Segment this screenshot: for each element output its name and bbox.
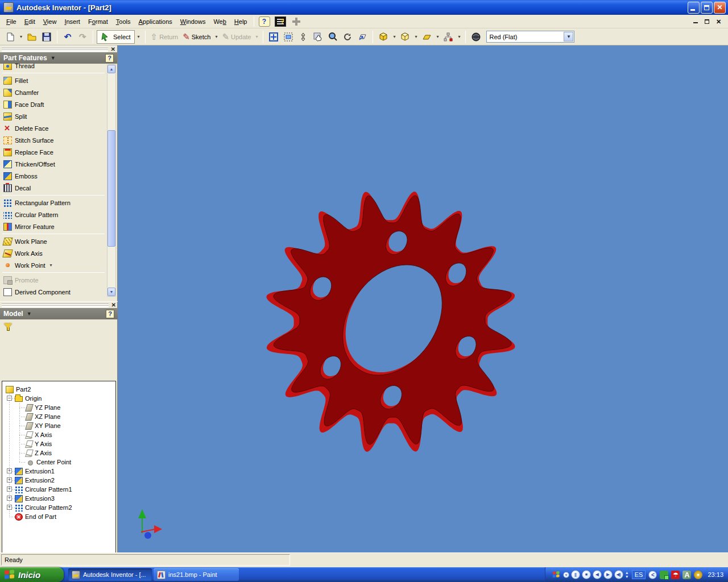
feature-item-stitch-surface[interactable]: Stitch Surface <box>0 134 107 146</box>
tree-item-z-axis[interactable]: Z Axis <box>26 448 52 458</box>
new-dropdown[interactable]: ▾ <box>18 34 24 39</box>
select-button[interactable]: Select <box>97 30 135 44</box>
tree-expander-extrusion2[interactable]: + <box>7 477 12 483</box>
restore-button[interactable] <box>701 2 713 14</box>
media-chevron-icon[interactable]: v <box>563 572 569 578</box>
feature-item-thread[interactable]: Thread <box>0 64 107 72</box>
language-indicator[interactable]: ES <box>632 570 646 579</box>
feature-item-mirror-feature[interactable]: Mirror Feature <box>0 221 107 232</box>
structure-dropdown[interactable]: ▾ <box>456 34 462 39</box>
menu-windows[interactable]: Windows <box>176 16 210 27</box>
open-button[interactable] <box>25 30 39 44</box>
select-dropdown[interactable]: ▾ <box>136 34 142 39</box>
feature-item-work-point[interactable]: Work Point▾ <box>0 259 107 271</box>
tree-expander-origin[interactable]: − <box>7 396 12 401</box>
feature-item-work-axis[interactable]: Work Axis <box>0 247 107 259</box>
feature-item-delete-face[interactable]: Delete Face <box>0 122 107 134</box>
material-button[interactable] <box>469 30 483 44</box>
cd-tray-icon[interactable] <box>694 571 702 579</box>
media-stop-button[interactable]: ■ <box>582 570 591 579</box>
tree-expander-extrusion3[interactable]: + <box>7 496 12 501</box>
whats-new-icon[interactable] <box>275 16 286 27</box>
taskbar-task-autodesk-inventor[interactable]: Autodesk Inventor - [... <box>68 568 152 581</box>
menu-applications[interactable]: Applications <box>134 16 176 27</box>
model-close-icon[interactable]: ✕ <box>111 302 116 309</box>
camera-dropdown[interactable]: ▾ <box>413 34 419 39</box>
feature-item-thicken-offset[interactable]: Thicken/Offset <box>0 158 107 170</box>
browser-structure-button[interactable] <box>441 30 455 44</box>
tree-item-center-point[interactable]: Center Point <box>26 458 71 467</box>
tree-item-circular-pattern2[interactable]: Circular Pattern2 <box>15 503 72 512</box>
update-button[interactable]: ✎ Update <box>220 30 253 44</box>
tree-expander-circular-pattern2[interactable]: + <box>7 505 12 510</box>
model-dropdown-icon[interactable]: ▼ <box>27 311 32 317</box>
feature-item-face-draft[interactable]: Face Draft <box>0 98 107 110</box>
taskbar-task-ins21bmp-paint[interactable]: ins21.bmp - Paint <box>154 568 239 581</box>
zoom-window-button[interactable] <box>282 30 295 44</box>
update-dropdown[interactable]: ▾ <box>254 34 259 39</box>
menu-format[interactable]: Format <box>84 16 112 27</box>
tree-item-xz-plane[interactable]: XZ Plane <box>26 412 60 421</box>
tree-item-extrusion3[interactable]: Extrusion3 <box>15 494 55 503</box>
feature-item-work-plane[interactable]: Work Plane <box>0 235 107 247</box>
feature-item-fillet[interactable]: Fillet <box>0 74 107 86</box>
part-features-help-button[interactable]: ? <box>105 54 114 63</box>
child-restore-button[interactable] <box>702 17 712 26</box>
start-button[interactable]: Inicio <box>0 567 64 582</box>
menu-help[interactable]: Help <box>230 16 251 27</box>
media-next-button[interactable]: ▶ <box>603 570 613 579</box>
camera-view-button[interactable] <box>398 30 412 44</box>
media-volume-button[interactable]: ◀) <box>614 570 623 579</box>
zoom-selected-button[interactable] <box>326 30 340 44</box>
zoom-button[interactable] <box>296 30 310 44</box>
model-grip[interactable]: ✕ <box>0 301 118 308</box>
save-button[interactable] <box>40 30 53 44</box>
scrollbar-thumb[interactable] <box>107 130 115 247</box>
look-at-button[interactable] <box>355 30 369 44</box>
part-features-scrollbar[interactable]: ▲ ▼ <box>107 64 116 297</box>
scroll-down-icon[interactable]: ▼ <box>107 288 115 296</box>
messenger-tray-icon[interactable] <box>660 571 668 579</box>
tree-item-y-axis[interactable]: Y Axis <box>26 439 52 448</box>
tree-item-extrusion1[interactable]: Extrusion1 <box>15 467 55 476</box>
menu-file[interactable]: File <box>2 16 20 27</box>
scroll-up-icon[interactable]: ▲ <box>107 65 115 73</box>
minimize-button[interactable] <box>688 2 700 14</box>
feature-item-derived-component[interactable]: Derived Component <box>0 286 107 298</box>
media-previous-button[interactable]: ◀ <box>593 570 602 579</box>
filter-funnel-icon[interactable] <box>3 323 13 331</box>
pan-button[interactable] <box>311 30 325 44</box>
feature-item-promote[interactable]: Promote <box>0 274 107 286</box>
media-updown-icon[interactable]: ▲▼ <box>625 571 629 579</box>
child-minimize-button[interactable] <box>691 17 701 26</box>
zoom-all-button[interactable] <box>267 30 280 44</box>
help-topics-icon[interactable]: ? <box>259 16 270 27</box>
tree-item-part2[interactable]: Part2 <box>6 385 31 394</box>
part-features-grip[interactable]: ✕ <box>0 45 117 52</box>
close-button[interactable]: ✕ <box>714 2 726 14</box>
model-help-button[interactable]: ? <box>106 310 114 318</box>
material-combo-arrow[interactable]: ▼ <box>564 32 573 41</box>
sketch-dropdown[interactable]: ▾ <box>213 34 219 39</box>
sketch-button[interactable]: ✎ Sketch <box>181 30 212 44</box>
feature-item-chamfer[interactable]: Chamfer <box>0 86 107 98</box>
feature-item-split[interactable]: Split <box>0 110 107 122</box>
menu-view[interactable]: View <box>39 16 61 27</box>
menu-insert[interactable]: Insert <box>60 16 84 27</box>
feature-item-decal[interactable]: Decal <box>0 182 107 194</box>
tree-item-x-axis[interactable]: X Axis <box>26 430 52 439</box>
tree-item-xy-plane[interactable]: XY Plane <box>26 421 61 430</box>
hide-icons-chevron[interactable]: < <box>648 571 657 579</box>
ground-plane-button[interactable] <box>420 30 433 44</box>
new-button[interactable] <box>3 30 17 44</box>
feature-item-replace-face[interactable]: Replace Face <box>0 146 107 158</box>
feature-item-rectangular-pattern[interactable]: Rectangular Pattern <box>0 197 107 209</box>
undo-button[interactable]: ↶ <box>61 30 75 44</box>
tree-item-origin[interactable]: Origin <box>15 394 42 403</box>
work-point-dropdown[interactable]: ▾ <box>48 263 54 268</box>
tree-item-yz-plane[interactable]: YZ Plane <box>26 403 60 412</box>
tree-expander-circular-pattern1[interactable]: + <box>7 487 12 492</box>
part-features-close-icon[interactable]: ✕ <box>111 46 115 53</box>
panel-dropdown-icon[interactable]: ▼ <box>51 55 56 61</box>
rotate-button[interactable] <box>341 30 354 44</box>
